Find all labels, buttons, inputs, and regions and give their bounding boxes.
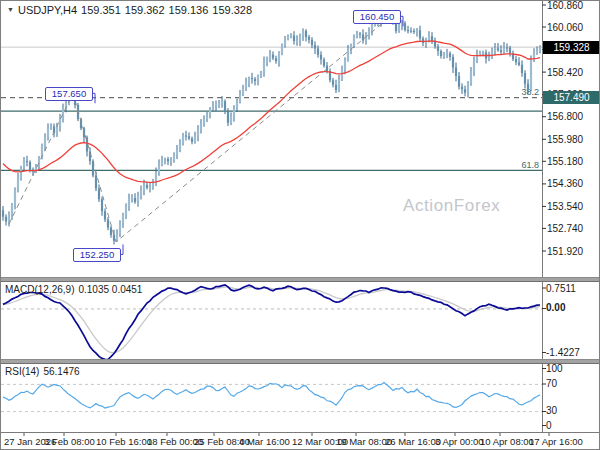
time-axis-label: 10 Feb 16:00 [96, 436, 152, 447]
time-axis-label: 17 Apr 16:00 [529, 436, 583, 447]
time-axis-label: 19 Mar 08:00 [336, 436, 392, 447]
macd-values: 0.1035 0.0451 [78, 284, 142, 295]
rsi-axis-tick: 30 [546, 405, 557, 416]
chart-window: ActionForex 38.261.8 ▼USDJPY,H4159.35115… [0, 0, 600, 450]
price-axis-tick: 160.860 [547, 0, 583, 11]
macd-axis-tick: 0.7511 [546, 283, 576, 294]
fib-level-label: 61.8 [521, 160, 539, 170]
time-axis-label: 3 Apr 00:00 [435, 436, 484, 447]
rsi-axis-tick: 0 [546, 420, 552, 431]
rsi-axis-tick: 70 [546, 378, 557, 389]
macd-name: MACD(12,26,9) [5, 284, 74, 295]
price-axis-tick: 152.740 [547, 223, 583, 234]
price-axis-tick: 158.420 [547, 67, 583, 78]
macd-indicator-label: MACD(12,26,9)0.1035 0.0451 [5, 284, 146, 295]
pane-separator[interactable] [1, 359, 600, 364]
rsi-axis-tick: 100 [546, 363, 563, 374]
swing-annotation[interactable]: 152.250 [73, 248, 121, 262]
chart-canvas[interactable]: 38.261.8 [1, 1, 600, 450]
quote-open: 159.351 [81, 4, 121, 16]
rsi-value: 56.1476 [43, 366, 79, 377]
price-axis-tick: 155.180 [547, 156, 583, 167]
rsi-indicator-label: RSI(14)56.1476 [5, 366, 84, 377]
price-axis-tick: 160.060 [547, 22, 583, 33]
price-axis-tick: 156.800 [547, 111, 583, 122]
symbol-dropdown-icon[interactable]: ▼ [7, 6, 14, 13]
symbol-name: USDJPY,H4 [18, 4, 77, 16]
time-axis-label: 10 Apr 08:00 [480, 436, 534, 447]
price-axis-tick: 153.540 [547, 201, 583, 212]
time-axis[interactable]: 27 Jan 20263 Feb 08:0010 Feb 16:0018 Feb… [1, 433, 600, 450]
symbol-title: ▼USDJPY,H4159.351159.362159.136159.328 [7, 4, 256, 16]
rsi-name: RSI(14) [5, 366, 39, 377]
quote-low: 159.136 [169, 4, 209, 16]
swing-annotation[interactable]: 160.450 [353, 10, 401, 24]
price-axis-tick: 154.360 [547, 178, 583, 189]
current-price-tag: 159.328 [543, 41, 600, 54]
time-axis-label: 3 Feb 08:00 [44, 436, 95, 447]
macd-axis-tick: -1.4227 [546, 347, 580, 358]
quote-high: 159.362 [125, 4, 165, 16]
quote-close: 159.328 [212, 4, 252, 16]
swing-annotation[interactable]: 157.650 [45, 87, 93, 101]
time-axis-label: 4 Mar 16:00 [239, 436, 290, 447]
pane-separator[interactable] [1, 277, 600, 282]
price-axis-tick: 155.980 [547, 134, 583, 145]
price-axis-tick: 151.920 [547, 246, 583, 257]
fib-level-price-tag: 157.490 [543, 91, 600, 104]
time-axis-label: 26 Mar 16:00 [385, 436, 441, 447]
macd-axis-tick-zero: 0.00 [546, 302, 565, 313]
